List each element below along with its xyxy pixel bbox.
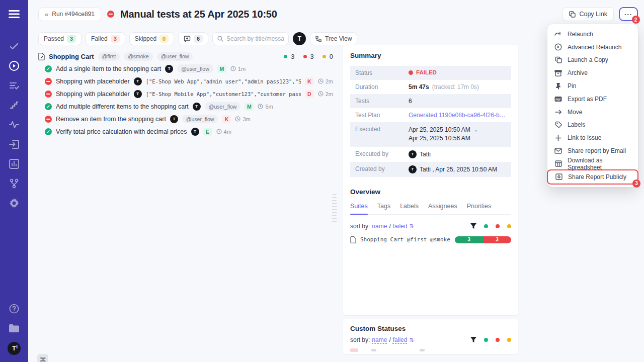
test-row[interactable]: ✓ Add a single item to the shopping cart…	[38, 62, 333, 75]
menu-item-share-report-by-email[interactable]: Share report by Email	[547, 144, 638, 157]
tab-assignees[interactable]: Assignees	[428, 203, 457, 210]
passed-check-icon: ✓	[45, 103, 52, 110]
menu-item-archive[interactable]: Archive	[547, 66, 638, 79]
sort-by-failed-link[interactable]: failed	[393, 223, 408, 230]
panel-resize-handle[interactable]	[332, 194, 337, 223]
suite-tag[interactable]: @user_flow	[157, 52, 193, 61]
assignee-avatar-filter[interactable]: T	[293, 32, 306, 45]
filter-failed-button[interactable]: Failed 3	[86, 32, 125, 45]
filter-skipped-button[interactable]: Skipped 0	[129, 32, 174, 45]
email-icon	[554, 148, 562, 154]
summary-panel: Summary Status FAILED Duration 5m 47s(tr…	[343, 45, 518, 354]
status-failed-value: FAILED	[409, 69, 437, 75]
passed-filter-dot[interactable]	[484, 224, 488, 228]
failed-minus-icon	[45, 90, 52, 98]
back-run-button[interactable]: « Run #494ce891	[38, 8, 101, 21]
test-duration: 5m	[258, 104, 273, 110]
menu-item-labels[interactable]: Labels	[547, 119, 638, 132]
import-icon[interactable]	[0, 134, 28, 154]
summary-row-test-plan: Test Plan Generated 1190e08b-ca96-4f26-b…	[350, 108, 511, 122]
sort-by-failed-link[interactable]: failed	[393, 336, 408, 343]
test-duration: 2m	[318, 78, 333, 84]
test-list-icon[interactable]	[0, 75, 28, 95]
tree-view-button[interactable]: Tree View	[310, 32, 357, 45]
test-title: Remove an item from the shopping cart	[56, 116, 166, 123]
pass-fail-bar[interactable]: 3 3	[455, 236, 511, 243]
projects-folder-icon[interactable]	[0, 318, 28, 338]
test-row[interactable]: Remove an item from the shopping cart T …	[38, 113, 333, 125]
test-tag[interactable]: @user_flow	[205, 102, 241, 111]
menu-item-export-as-pdf[interactable]: PDF Export as PDF	[547, 93, 638, 106]
checks-icon[interactable]	[0, 36, 28, 56]
sort-by-name-link[interactable]: name	[372, 223, 387, 230]
menu-item-relaunch[interactable]: Relaunch	[547, 28, 638, 41]
bar-chart-icon[interactable]	[0, 154, 28, 173]
suite-tag[interactable]: @smoke	[124, 52, 153, 61]
funnel-filter-icon[interactable]	[470, 337, 476, 343]
runs-play-circle-icon[interactable]	[0, 56, 28, 75]
test-row[interactable]: Shopping with placeholder T ["E-Shop Mob…	[38, 87, 333, 100]
failed-minus-icon	[45, 78, 52, 85]
menu-item-advanced-relaunch[interactable]: Advanced Relaunch	[547, 41, 638, 54]
executed-by-value: Tatti	[420, 151, 431, 158]
branch-icon[interactable]	[0, 173, 28, 193]
funnel-filter-icon[interactable]	[470, 223, 476, 229]
command-key-shortcut-hint[interactable]: ⌘	[37, 354, 48, 362]
menu-item-share-report-publicly[interactable]: Share Report Publicly 3	[548, 170, 637, 184]
menu-item-move[interactable]: Move	[547, 106, 638, 119]
help-icon[interactable]	[0, 299, 28, 318]
overview-suite-row[interactable]: Shopping Cart @first @smoke … 3 3	[350, 236, 511, 243]
test-row[interactable]: ✓ Add multiple different items to the sh…	[38, 100, 333, 113]
passed-filter-dot[interactable]	[484, 338, 488, 342]
overview-title: Overview	[350, 188, 511, 196]
tab-suites[interactable]: Suites	[350, 203, 368, 210]
sort-by-label: sort by:	[350, 223, 370, 230]
created-by-value: Tatti , Apr 25, 2025 10:50 AM	[420, 166, 497, 173]
menu-item-launch-a-copy[interactable]: Launch a Copy	[547, 54, 638, 67]
settings-gear-icon[interactable]	[0, 193, 28, 213]
user-avatar[interactable]: T	[8, 342, 21, 355]
tab-tags[interactable]: Tags	[377, 203, 390, 210]
clipped-status-chip	[371, 349, 376, 351]
copy-icon	[554, 56, 562, 63]
failed-minus-icon	[45, 116, 52, 123]
run-failed-status-icon	[107, 11, 114, 18]
passed-label: Passed	[44, 35, 64, 42]
copy-link-button[interactable]: Copy Link	[562, 7, 614, 21]
suite-row[interactable]: Shopping Cart @first @smoke @user_flow 3…	[38, 50, 333, 62]
failed-filter-dot[interactable]	[496, 338, 500, 342]
menu-item-pin[interactable]: Pin	[547, 79, 638, 93]
test-row[interactable]: ✓ Verify total price calculation with de…	[38, 125, 333, 138]
hamburger-menu-icon[interactable]	[0, 0, 28, 28]
filter-bar: Passed 3 Failed 3 Skipped 0 6 T Tree Vie…	[38, 32, 357, 45]
search-input[interactable]	[226, 35, 284, 42]
summary-row-created-by: Created by TTatti , Apr 25, 2025 10:50 A…	[350, 162, 511, 177]
sort-by-name-link[interactable]: name	[372, 336, 387, 343]
failed-count-badge: 3	[111, 35, 120, 43]
tab-priorities[interactable]: Priorities	[467, 203, 492, 210]
filter-passed-button[interactable]: Passed 3	[38, 32, 82, 45]
test-tag[interactable]: @user_flow	[182, 115, 218, 123]
menu-item-link-to-issue[interactable]: Link to Issue	[547, 131, 638, 144]
menu-item-download-as-spreadsheet[interactable]: Download as Spreadsheet	[547, 157, 638, 170]
failed-filter-dot[interactable]	[496, 224, 500, 228]
tutorial-step-badge-3: 3	[632, 179, 640, 188]
test-duration: 2m	[318, 91, 333, 97]
skipped-filter-dot[interactable]	[507, 224, 511, 228]
test-tag[interactable]: @user_flow	[177, 64, 213, 73]
more-actions-button[interactable]: ··· 2	[619, 7, 638, 21]
skipped-filter-dot[interactable]	[507, 338, 511, 342]
comments-filter-button[interactable]: 6	[178, 32, 208, 45]
test-plan-link[interactable]: Generated 1190e08b-ca96-4f26-b10f-d6dc…	[409, 112, 506, 119]
activity-pulse-icon[interactable]	[0, 115, 28, 134]
passed-check-icon: ✓	[45, 65, 52, 72]
sort-direction-icon[interactable]: ⇅	[409, 337, 414, 343]
tab-labels[interactable]: Labels	[400, 203, 419, 210]
test-row[interactable]: Shopping with placeholder T ["E-Shop Web…	[38, 75, 333, 87]
sort-direction-icon[interactable]: ⇅	[409, 223, 414, 229]
suite-tag[interactable]: @first	[98, 52, 120, 61]
steps-icon[interactable]	[0, 95, 28, 115]
tutorial-step-badge-2: 2	[632, 16, 640, 24]
copy-link-label: Copy Link	[579, 11, 607, 18]
duration-value: 5m 47s	[409, 83, 429, 90]
